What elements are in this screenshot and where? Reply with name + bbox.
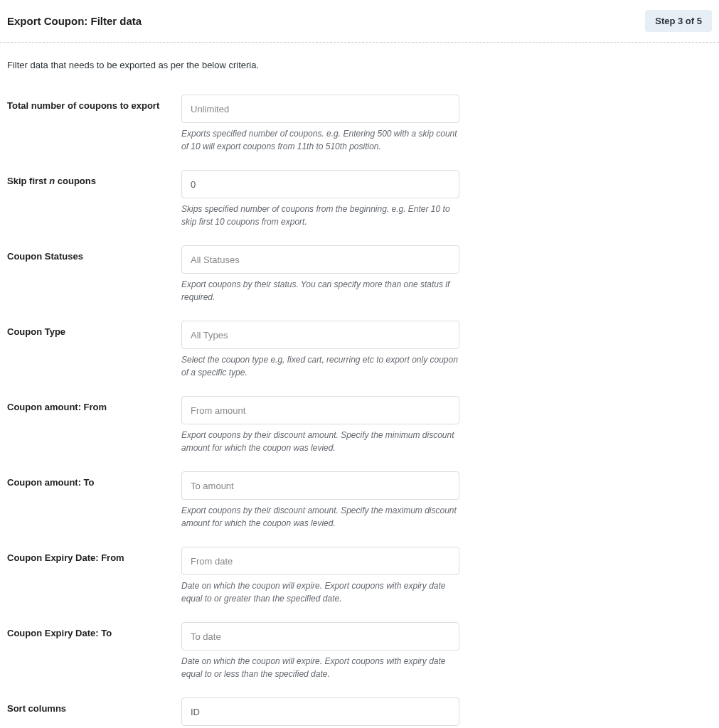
statuses-placeholder: All Statuses	[191, 255, 240, 265]
label-statuses: Coupon Statuses	[7, 245, 181, 262]
field-amount-from: Export coupons by their discount amount.…	[181, 396, 459, 454]
row-amount-from: Coupon amount: From Export coupons by th…	[7, 396, 712, 454]
intro-text: Filter data that needs to be exported as…	[0, 43, 719, 77]
expiry-to-input[interactable]	[181, 622, 459, 651]
field-statuses: All Statuses Export coupons by their sta…	[181, 245, 459, 304]
export-coupon-page: Export Coupon: Filter data Step 3 of 5 F…	[0, 0, 719, 728]
row-skip-coupons: Skip first n coupons Skips specified num…	[7, 170, 712, 228]
amount-from-input[interactable]	[181, 396, 459, 424]
label-skip-post: coupons	[55, 176, 96, 186]
label-skip-coupons: Skip first n coupons	[7, 170, 181, 186]
field-sort-columns: ID Sort the exported data based on the s…	[181, 697, 459, 728]
help-statuses: Export coupons by their status. You can …	[181, 278, 459, 304]
label-sort-columns: Sort columns	[7, 697, 181, 714]
row-total-coupons: Total number of coupons to export Export…	[7, 95, 712, 153]
sort-columns-input[interactable]: ID	[181, 697, 459, 726]
row-statuses: Coupon Statuses All Statuses Export coup…	[7, 245, 712, 304]
help-skip-coupons: Skips specified number of coupons from t…	[181, 203, 459, 228]
type-placeholder: All Types	[191, 330, 228, 341]
row-amount-to: Coupon amount: To Export coupons by thei…	[7, 471, 712, 530]
label-skip-em: n	[49, 176, 55, 186]
row-sort-columns: Sort columns ID Sort the exported data b…	[7, 697, 712, 728]
label-amount-from: Coupon amount: From	[7, 396, 181, 412]
type-input[interactable]: All Types	[181, 321, 459, 349]
label-type: Coupon Type	[7, 321, 181, 337]
total-coupons-input[interactable]	[181, 95, 459, 123]
row-expiry-to: Coupon Expiry Date: To Date on which the…	[7, 622, 712, 680]
field-total-coupons: Exports specified number of coupons. e.g…	[181, 95, 459, 153]
label-total-coupons: Total number of coupons to export	[7, 95, 181, 111]
field-type: All Types Select the coupon type e.g, fi…	[181, 321, 459, 379]
help-amount-to: Export coupons by their discount amount.…	[181, 504, 459, 530]
sort-columns-value: ID	[191, 707, 200, 717]
field-skip-coupons: Skips specified number of coupons from t…	[181, 170, 459, 228]
help-expiry-from: Date on which the coupon will expire. Ex…	[181, 579, 459, 605]
step-badge: Step 3 of 5	[645, 10, 712, 32]
help-total-coupons: Exports specified number of coupons. e.g…	[181, 127, 459, 153]
row-type: Coupon Type All Types Select the coupon …	[7, 321, 712, 379]
label-skip-pre: Skip first	[7, 176, 49, 186]
label-expiry-to: Coupon Expiry Date: To	[7, 622, 181, 638]
amount-to-input[interactable]	[181, 471, 459, 500]
statuses-input[interactable]: All Statuses	[181, 245, 459, 274]
skip-coupons-input[interactable]	[181, 170, 459, 198]
label-expiry-from: Coupon Expiry Date: From	[7, 547, 181, 563]
page-title: Export Coupon: Filter data	[7, 15, 142, 27]
field-expiry-to: Date on which the coupon will expire. Ex…	[181, 622, 459, 680]
label-amount-to: Coupon amount: To	[7, 471, 181, 488]
help-expiry-to: Date on which the coupon will expire. Ex…	[181, 655, 459, 680]
field-expiry-from: Date on which the coupon will expire. Ex…	[181, 547, 459, 605]
row-expiry-from: Coupon Expiry Date: From Date on which t…	[7, 547, 712, 605]
expiry-from-input[interactable]	[181, 547, 459, 575]
field-amount-to: Export coupons by their discount amount.…	[181, 471, 459, 530]
help-amount-from: Export coupons by their discount amount.…	[181, 429, 459, 454]
page-header: Export Coupon: Filter data Step 3 of 5	[0, 0, 719, 43]
filter-form: Total number of coupons to export Export…	[0, 77, 719, 728]
help-type: Select the coupon type e.g, fixed cart, …	[181, 353, 459, 379]
